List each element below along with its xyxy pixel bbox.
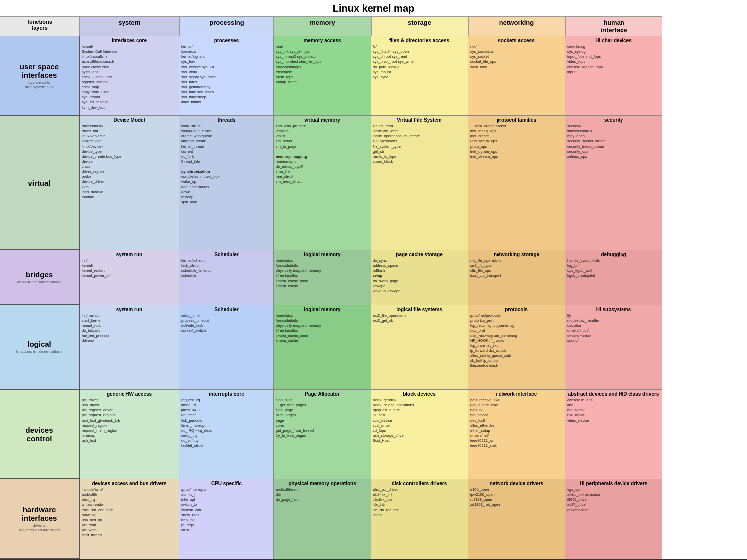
human-userspace-cell: HI char devices cdev kmsg sys_syslog inp… bbox=[565, 36, 662, 116]
layer-labels-column: user spaceinterfaces system callsand sys… bbox=[0, 36, 80, 559]
layer-hardware: hardwareinterfaces drivers,registers and… bbox=[0, 479, 79, 559]
header-system: system bbox=[80, 16, 179, 36]
col-storage: files & directories access fs/ sys_fstat… bbox=[371, 36, 468, 559]
storage-bridges-cell: page cache storage do_sync address_space… bbox=[371, 250, 468, 305]
system-devices-cell: generic HW access pci_driver usb_driver … bbox=[80, 390, 179, 479]
memory-virtual-cell: virtual memory find_vma_prepare vmalloc … bbox=[274, 116, 371, 250]
header-storage: storage bbox=[371, 16, 468, 36]
processing-logical-cell: Scheduler setup_timer process_timeout ac… bbox=[179, 305, 273, 390]
header-human: humaninterface bbox=[565, 16, 662, 36]
col-networking: sockets access net/ sys_socketcall sys_s… bbox=[468, 36, 565, 559]
memory-userspace-cell: memory access mm/ sys_brk sys_shmget sys… bbox=[274, 36, 371, 116]
networking-logical-cell: protocols /proc/net/protocols proto tcp_… bbox=[468, 305, 565, 390]
networking-userspace-cell: sockets access net/ sys_socketcall sys_s… bbox=[468, 36, 565, 116]
networking-virtual-cell: protocol families __sock_create socket i… bbox=[468, 116, 565, 250]
col-memory: memory access mm/ sys_brk sys_shmget sys… bbox=[274, 36, 371, 559]
storage-devices-cell: block devices block/ gendisk block_devic… bbox=[371, 390, 468, 479]
system-logical-cell: system run init/main.c start_kernel moun… bbox=[80, 305, 179, 390]
processing-bridges-cell: Scheduler kernel/sched.c task_struct sch… bbox=[179, 250, 273, 305]
header-layers: functionslayers bbox=[0, 16, 80, 36]
storage-userspace-cell: files & directories access fs/ sys_fstat… bbox=[371, 36, 468, 116]
memory-devices-cell: Page Allocator slob_alloc __get_free_pag… bbox=[274, 390, 371, 479]
col-processing: processes kernel/ fs/exec.c kernel/signa… bbox=[179, 36, 274, 559]
layer-bridges: bridges cross-functional modules bbox=[0, 250, 79, 305]
layer-virtual: virtual bbox=[0, 116, 79, 250]
page-title: Linux kernel map bbox=[0, 0, 747, 16]
main-container: Linux kernel map functionslayers system … bbox=[0, 0, 747, 560]
memory-logical-cell: logical memory mm/slab.c /proc/slabinfo … bbox=[274, 305, 371, 390]
system-hardware-cell: devices access and bus drivers include/a… bbox=[80, 479, 179, 559]
processing-devices-cell: interrupts core request_irq timer_list j… bbox=[179, 390, 273, 479]
human-logical-cell: HI subsystems lty mousedev_handler oss a… bbox=[565, 305, 662, 390]
system-virtual-cell: Device Model drivers/base/ driver_init l… bbox=[80, 116, 179, 250]
storage-virtual-cell: Virtual File System file vfs_read inode … bbox=[371, 116, 468, 250]
networking-bridges-cell: networking storage nfs_file_operations s… bbox=[468, 250, 565, 305]
header-memory: memory bbox=[274, 16, 371, 36]
human-bridges-cell: debugging handle_sysrq printk log_buf op… bbox=[565, 250, 662, 305]
human-devices-cell: abstract devices and HID class drivers c… bbox=[565, 390, 662, 479]
storage-logical-cell: logical file systems ext3_file_operation… bbox=[371, 305, 468, 390]
human-virtual-cell: security security/ linux/security.h may_… bbox=[565, 116, 662, 250]
content-columns: interfaces core kernel/ System Call Inte… bbox=[80, 36, 747, 559]
layer-devices: devicescontrol bbox=[0, 390, 79, 479]
processing-hardware-cell: CPU specific /proc/interrupts atomic_t i… bbox=[179, 479, 273, 559]
system-bridges-cell: system run init/ kernel/ kernel_restart … bbox=[80, 250, 179, 305]
system-userspace-cell: interfaces core kernel/ System Call Inte… bbox=[80, 36, 179, 116]
main-grid: user spaceinterfaces system callsand sys… bbox=[0, 36, 747, 559]
networking-devices-cell: network interface netif_receive_skb dev_… bbox=[468, 390, 565, 479]
col-system: interfaces core kernel/ System Call Inte… bbox=[80, 36, 179, 559]
header-row: functionslayers system processing memory… bbox=[0, 16, 747, 36]
networking-hardware-cell: network device drivers e100_open ipw2100… bbox=[468, 479, 565, 559]
storage-hardware-cell: disk controllers drivers ahci_pci_driver… bbox=[371, 479, 468, 559]
memory-bridges-cell: logical memory mm/slab.c /proc/slabinfo … bbox=[274, 250, 371, 305]
header-networking: networking bbox=[468, 16, 565, 36]
human-hardware-cell: HI peripherals device drivers vga_con at… bbox=[565, 479, 662, 559]
header-processing: processing bbox=[179, 16, 274, 36]
col-human: HI char devices cdev kmsg sys_syslog inp… bbox=[565, 36, 662, 559]
layer-userspace: user spaceinterfaces system callsand sys… bbox=[0, 36, 79, 116]
processing-virtual-cell: threads work_struct workqueue_struct cre… bbox=[179, 116, 273, 250]
memory-hardware-cell: physical memory operations arch/x86/mm/ … bbox=[274, 479, 371, 559]
layer-logical: logical functions implementations bbox=[0, 305, 79, 390]
processing-userspace-cell: processes kernel/ fs/exec.c kernel/signa… bbox=[179, 36, 273, 116]
